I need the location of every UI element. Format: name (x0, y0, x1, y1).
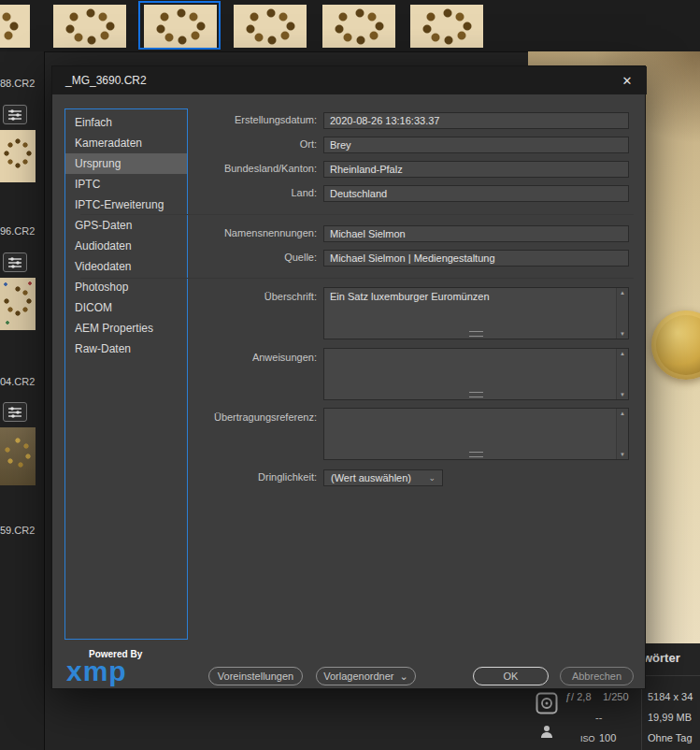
divider (80, 214, 634, 215)
instructions-label: Anweisungen: (90, 352, 317, 363)
instructions-field: ▲ ▼ (323, 348, 629, 400)
thumbnail[interactable] (410, 5, 483, 48)
resize-grip-icon[interactable] (469, 392, 483, 397)
filesize-value: 19,99 MB (648, 712, 692, 723)
urgency-dropdown[interactable]: (Wert auswählen) ⌄ (323, 469, 443, 486)
state-input[interactable] (323, 161, 629, 178)
scrollbar[interactable]: ▲ ▼ (616, 409, 628, 459)
transmission-field: ▲ ▼ (323, 408, 629, 460)
urgency-label: Dringlichkeit: (90, 471, 317, 483)
scrollbar[interactable]: ▲ ▼ (616, 288, 628, 339)
iso-value: 100 (599, 732, 616, 743)
source-label: Quelle: (90, 252, 317, 263)
thumbnail[interactable] (0, 278, 36, 330)
templates-folder-label: Vorlagenordner (323, 671, 393, 682)
filmstrip-column: 88.CR2 96.CR2 04.CR2 59.CR2 (0, 51, 45, 750)
resize-grip-icon[interactable] (469, 452, 483, 457)
close-icon[interactable]: ✕ (617, 70, 637, 91)
creation-date-label: Erstellungsdatum: (90, 114, 317, 125)
scroll-down-icon[interactable]: ▼ (620, 392, 625, 397)
ok-button[interactable]: OK (473, 667, 549, 685)
keywords-header: wörter (643, 651, 680, 665)
resize-grip-icon[interactable] (469, 331, 483, 337)
scroll-up-icon[interactable]: ▲ (620, 411, 625, 416)
thumbnail[interactable] (234, 5, 307, 48)
state-label: Bundesland/Kanton: (90, 163, 317, 174)
file-info-dialog: _MG_3690.CR2 ✕ Einfach Kameradaten Urspr… (51, 65, 646, 689)
exposure-dash: -- (595, 712, 602, 723)
credit-input[interactable] (323, 225, 629, 242)
tags-value: Ohne Tag (648, 732, 693, 743)
thumbnail-strip (0, 0, 700, 52)
coin-photo (651, 310, 700, 380)
xmp-logo-text: xmp (66, 659, 142, 684)
cancel-button[interactable]: Abbrechen (560, 667, 634, 685)
country-input[interactable] (323, 185, 629, 202)
location-input[interactable] (323, 137, 629, 153)
adjustment-badge-icon (3, 402, 27, 422)
transmission-label: Übertragungsreferenz: (90, 411, 317, 423)
adjustment-badge-icon (3, 105, 27, 124)
shutter-value: 1/250 (603, 691, 629, 702)
source-input[interactable] (323, 250, 629, 267)
dialog-titlebar: _MG_3690.CR2 ✕ (52, 66, 647, 94)
person-icon (539, 724, 554, 743)
xmp-logo: Powered By xmp (66, 649, 142, 684)
scroll-up-icon[interactable]: ▲ (620, 290, 625, 296)
adjustment-badge-icon (3, 252, 27, 272)
thumbnail[interactable] (0, 427, 36, 485)
thumbnail[interactable] (0, 5, 30, 48)
aperture-value: ƒ/ 2,8 (565, 691, 592, 702)
creation-date-input[interactable] (323, 112, 629, 129)
camera-settings-icon (536, 692, 558, 718)
dialog-title: _MG_3690.CR2 (65, 74, 147, 87)
presets-button[interactable]: Voreinstellungen (208, 667, 303, 685)
file-label: 88.CR2 (0, 78, 35, 89)
file-label: 96.CR2 (0, 225, 35, 237)
thumbnail[interactable] (0, 130, 36, 182)
scroll-down-icon[interactable]: ▼ (620, 331, 625, 337)
file-label: 59.CR2 (0, 525, 35, 536)
scroll-down-icon[interactable]: ▼ (620, 452, 625, 457)
iso-label: ISO (580, 734, 595, 743)
file-label: 04.CR2 (0, 376, 35, 387)
dimensions-value: 5184 x 34 (648, 691, 693, 702)
thumbnail[interactable] (322, 5, 395, 48)
country-label: Land: (90, 187, 317, 198)
chevron-down-icon: ⌄ (400, 671, 408, 683)
location-label: Ort: (90, 138, 317, 150)
thumbnail-selected[interactable] (144, 5, 217, 48)
headline-field: Ein Satz luxemburger Euromünzen ▲ ▼ (323, 287, 629, 339)
divider (80, 278, 634, 279)
thumbnail[interactable] (53, 5, 126, 48)
scroll-up-icon[interactable]: ▲ (620, 351, 625, 356)
scrollbar[interactable]: ▲ ▼ (616, 349, 628, 399)
chevron-down-icon: ⌄ (428, 473, 436, 483)
urgency-value: (Wert auswählen) (331, 472, 411, 483)
templates-folder-button[interactable]: Vorlagenordner ⌄ (316, 667, 416, 685)
credit-label: Namensnennungen: (90, 227, 317, 238)
headline-label: Überschrift: (90, 291, 317, 302)
